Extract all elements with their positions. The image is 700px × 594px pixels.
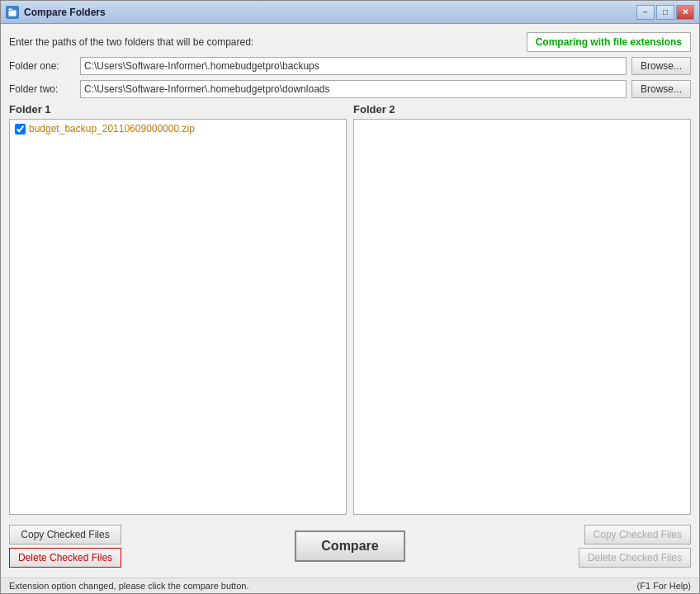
- maximize-button[interactable]: □: [656, 5, 674, 20]
- minimize-button[interactable]: −: [636, 5, 655, 20]
- panels-row: Folder 1 budget_backup_20110609000000.zi…: [9, 103, 691, 515]
- copy-checked-left-button[interactable]: Copy Checked Files: [9, 525, 121, 544]
- list-item: budget_backup_20110609000000.zip: [12, 121, 344, 136]
- delete-checked-right-button[interactable]: Delete Checked Files: [579, 548, 691, 568]
- bottom-right-buttons: Copy Checked Files Delete Checked Files: [579, 525, 691, 568]
- folder1-item-name: budget_backup_20110609000000.zip: [29, 123, 195, 134]
- folder-two-label: Folder two:: [9, 83, 75, 95]
- folder-two-row: Folder two: Browse...: [9, 80, 691, 98]
- folder1-panel: Folder 1 budget_backup_20110609000000.zi…: [9, 103, 347, 515]
- bottom-bar: Copy Checked Files Delete Checked Files …: [9, 520, 691, 569]
- window-title: Compare Folders: [24, 7, 636, 18]
- bottom-left-buttons: Copy Checked Files Delete Checked Files: [9, 525, 121, 568]
- status-message: Extension option changed, please click t…: [9, 581, 248, 591]
- top-row: Enter the paths of the two folders that …: [9, 32, 691, 52]
- folder1-item-checkbox[interactable]: [15, 124, 26, 134]
- delete-checked-left-button[interactable]: Delete Checked Files: [9, 548, 121, 568]
- window-controls: − □ ✕: [636, 5, 694, 20]
- prompt-text: Enter the paths of the two folders that …: [9, 36, 253, 48]
- compare-button[interactable]: Compare: [295, 530, 404, 562]
- folder-one-input[interactable]: [80, 57, 627, 75]
- folder-one-browse-button[interactable]: Browse...: [631, 57, 691, 75]
- title-bar: Compare Folders − □ ✕: [1, 1, 699, 24]
- toggle-extension-button[interactable]: Comparing with file extensions: [527, 32, 691, 52]
- app-icon: [6, 6, 19, 19]
- help-text: (F1 For Help): [637, 581, 691, 591]
- copy-checked-right-button[interactable]: Copy Checked Files: [584, 525, 691, 544]
- folder-one-row: Folder one: Browse...: [9, 57, 691, 75]
- folder2-panel: Folder 2: [353, 103, 691, 515]
- svg-rect-1: [8, 8, 12, 11]
- folder1-list: budget_backup_20110609000000.zip: [9, 119, 347, 515]
- folder-one-label: Folder one:: [9, 60, 75, 72]
- close-button[interactable]: ✕: [676, 5, 694, 20]
- main-content: Enter the paths of the two folders that …: [1, 24, 699, 578]
- folder-two-input[interactable]: [80, 80, 627, 98]
- folder-two-browse-button[interactable]: Browse...: [631, 80, 691, 98]
- status-bar: Extension option changed, please click t…: [1, 578, 699, 593]
- folder1-header: Folder 1: [9, 103, 347, 116]
- folder2-header: Folder 2: [353, 103, 691, 116]
- folder2-list: [353, 119, 691, 515]
